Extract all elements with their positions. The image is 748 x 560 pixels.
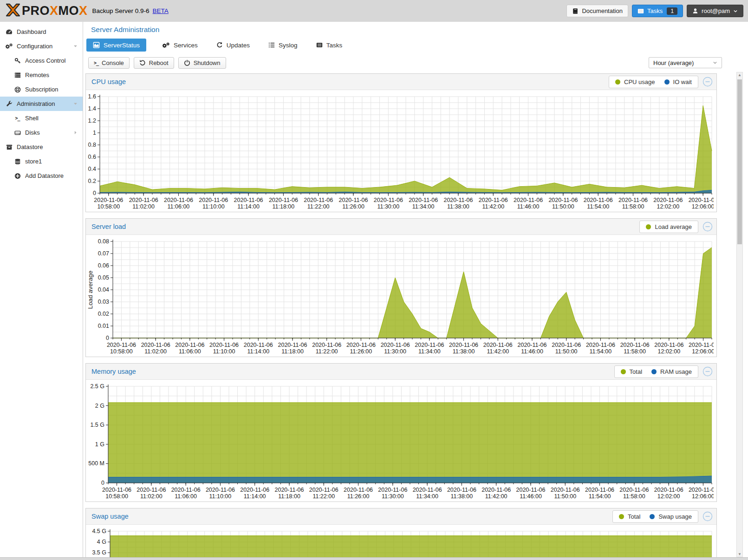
sidebar-item-subscription[interactable]: Subscription	[0, 82, 83, 97]
chevron-right-icon	[73, 130, 78, 135]
svg-text:4.5 G: 4.5 G	[92, 528, 106, 534]
collapse-panel-button[interactable]	[702, 221, 713, 232]
svg-text:2020-11-06: 2020-11-06	[415, 342, 444, 348]
svg-text:2020-11-06: 2020-11-06	[447, 487, 476, 493]
collapse-panel-button[interactable]	[702, 511, 713, 521]
cpu-usage-panel: CPU usage CPU usage IO wait 00.20.40.60.…	[85, 73, 717, 212]
tab-syslog[interactable]: Syslog	[266, 39, 300, 52]
sidebar-item-disks[interactable]: Disks	[0, 125, 83, 140]
collapse-panel-button[interactable]	[702, 366, 713, 377]
svg-text:2020-11-06: 2020-11-06	[689, 342, 714, 348]
legend-item-ram-usage[interactable]: RAM usage	[651, 368, 692, 375]
svg-text:1: 1	[93, 130, 96, 136]
svg-text:2020-11-06: 2020-11-06	[618, 197, 648, 203]
user-menu-button[interactable]: root@pam	[687, 5, 743, 17]
sidebar-item-label: Disks	[25, 129, 40, 136]
key-icon	[13, 58, 22, 64]
svg-text:0.6: 0.6	[88, 154, 96, 160]
svg-text:10:58:00: 10:58:00	[105, 493, 128, 500]
wrench-icon	[5, 101, 13, 107]
legend-dot	[615, 79, 620, 85]
sidebar-item-remotes[interactable]: Remotes	[0, 68, 83, 82]
legend-item-cpu-usage[interactable]: CPU usage	[615, 78, 655, 85]
sidebar-item-access-control[interactable]: Access Control	[0, 53, 83, 68]
console-button[interactable]: >_ Console	[88, 57, 130, 69]
beta-link[interactable]: BETA	[153, 7, 169, 14]
panel-header: Memory usage Total RAM usage	[86, 364, 716, 380]
sidebar-item-add-datastore[interactable]: Add Datastore	[0, 169, 83, 183]
svg-text:11:34:00: 11:34:00	[412, 203, 435, 210]
svg-text:2020-11-06: 2020-11-06	[483, 342, 513, 348]
power-icon	[184, 59, 190, 66]
legend-item-swap-usage[interactable]: Swap usage	[650, 513, 692, 520]
svg-text:2020-11-06: 2020-11-06	[620, 342, 650, 348]
svg-text:12:02:00: 12:02:00	[657, 203, 680, 210]
svg-text:2020-11-06: 2020-11-06	[269, 197, 298, 203]
app-subtitle: Backup Server 0.9-6	[92, 7, 150, 14]
svg-text:11:02:00: 11:02:00	[140, 493, 163, 500]
legend-dot	[650, 514, 655, 519]
tasks-button[interactable]: Tasks 1	[632, 5, 683, 17]
svg-text:11:30:00: 11:30:00	[382, 493, 404, 500]
svg-text:11:46:00: 11:46:00	[521, 348, 543, 355]
legend-dot	[646, 224, 651, 229]
task-list-icon	[637, 8, 644, 14]
svg-text:11:54:00: 11:54:00	[590, 348, 612, 355]
svg-text:11:54:00: 11:54:00	[589, 493, 611, 500]
svg-text:2020-11-06: 2020-11-06	[689, 197, 714, 203]
svg-text:10:58:00: 10:58:00	[97, 203, 120, 210]
timeframe-select[interactable]: Hour (average)	[649, 57, 722, 68]
tab-services[interactable]: Services	[159, 39, 201, 52]
sidebar-item-dashboard[interactable]: Dashboard	[0, 25, 83, 39]
svg-text:12:06:00: 12:06:00	[692, 348, 714, 355]
legend-dot	[664, 79, 670, 85]
sidebar-item-configuration[interactable]: Configuration	[0, 39, 83, 53]
scrollbar-thumb[interactable]	[737, 79, 742, 244]
svg-text:11:18:00: 11:18:00	[278, 493, 300, 500]
svg-text:0: 0	[106, 335, 109, 341]
shutdown-button[interactable]: Shutdown	[178, 57, 226, 69]
svg-text:11:26:00: 11:26:00	[342, 203, 364, 210]
scroll-up-arrow-icon[interactable]: ▲	[737, 73, 742, 77]
collapse-panel-button[interactable]	[702, 77, 713, 87]
tab-tasks[interactable]: Tasks	[313, 39, 345, 52]
sidebar-item-label: Subscription	[25, 86, 59, 93]
svg-text:2020-11-06: 2020-11-06	[443, 197, 473, 203]
legend-item-io-wait[interactable]: IO wait	[664, 78, 692, 85]
svg-text:2020-11-06: 2020-11-06	[164, 197, 193, 203]
scroll-down-arrow-icon[interactable]: ▼	[737, 552, 742, 556]
svg-text:10:58:00: 10:58:00	[110, 348, 133, 355]
tab-updates[interactable]: Updates	[214, 39, 253, 52]
sidebar-item-administration[interactable]: Administration	[0, 97, 83, 111]
vertical-scrollbar[interactable]: ▲ ▼	[736, 72, 743, 557]
legend-item-total[interactable]: Total	[621, 368, 642, 375]
sidebar-item-datastore[interactable]: Datastore	[0, 140, 83, 154]
svg-text:2020-11-06: 2020-11-06	[175, 342, 204, 348]
svg-text:0.07: 0.07	[98, 250, 109, 257]
svg-text:2020-11-06: 2020-11-06	[234, 197, 263, 203]
svg-text:11:22:00: 11:22:00	[316, 348, 338, 355]
svg-text:2020-11-06: 2020-11-06	[209, 342, 239, 348]
cpu-usage-chart: 00.20.40.60.811.21.41.62020-11-0610:58:0…	[86, 94, 714, 212]
svg-text:2020-11-06: 2020-11-06	[278, 342, 307, 348]
legend-dot	[619, 514, 624, 519]
svg-text:11:02:00: 11:02:00	[132, 203, 155, 210]
tab-serverstatus[interactable]: ServerStatus	[86, 39, 146, 52]
svg-text:2020-11-06: 2020-11-06	[374, 197, 403, 203]
legend-item-total[interactable]: Total	[619, 513, 640, 520]
svg-text:2020-11-06: 2020-11-06	[689, 487, 714, 493]
svg-text:2020-11-06: 2020-11-06	[274, 487, 304, 493]
logo-wordmark: PROXMOX	[22, 4, 88, 18]
svg-text:2020-11-06: 2020-11-06	[585, 487, 614, 493]
legend-dot	[651, 369, 657, 374]
reboot-button[interactable]: Reboot	[134, 57, 174, 69]
svg-text:11:58:00: 11:58:00	[622, 203, 644, 210]
svg-text:11:30:00: 11:30:00	[384, 348, 406, 355]
svg-text:11:18:00: 11:18:00	[281, 348, 304, 355]
documentation-button[interactable]: Documentation	[566, 5, 628, 17]
sidebar-item-store1[interactable]: store1	[0, 154, 83, 169]
svg-text:2020-11-06: 2020-11-06	[309, 487, 338, 493]
sidebar-item-shell[interactable]: >_ Shell	[0, 111, 83, 125]
legend-item-load-average[interactable]: Load average	[646, 223, 692, 230]
svg-text:2020-11-06: 2020-11-06	[516, 487, 545, 493]
